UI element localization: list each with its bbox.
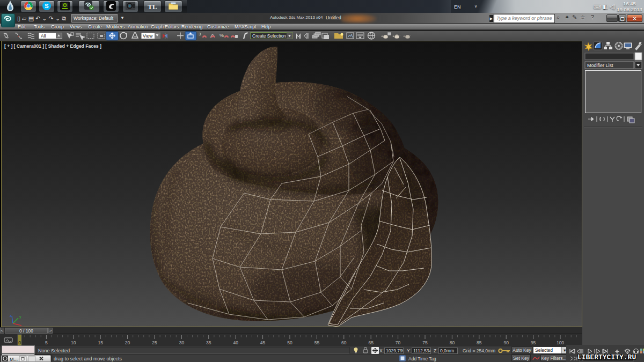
- svg-text:3: 3: [199, 32, 201, 36]
- svg-text:z: z: [10, 314, 12, 317]
- svg-text:75: 75: [422, 340, 428, 345]
- svg-text:60: 60: [341, 340, 347, 345]
- svg-text:y: y: [19, 315, 21, 319]
- svg-text:70: 70: [396, 340, 401, 345]
- svg-text:65: 65: [368, 340, 374, 345]
- svg-text:0: 0: [18, 340, 21, 345]
- svg-text:55: 55: [314, 340, 320, 345]
- svg-text:5: 5: [45, 340, 48, 345]
- svg-text:95: 95: [531, 340, 536, 345]
- svg-text:45: 45: [260, 340, 266, 345]
- svg-text:25: 25: [152, 340, 157, 345]
- svg-text:S: S: [45, 3, 48, 9]
- svg-text:%: %: [219, 33, 224, 38]
- svg-text:All: All: [41, 33, 46, 39]
- svg-text:30: 30: [179, 340, 185, 345]
- svg-text:20: 20: [125, 340, 130, 345]
- svg-text:M...: M...: [10, 357, 18, 362]
- svg-text:Modifier List: Modifier List: [587, 63, 613, 68]
- svg-text:80: 80: [450, 340, 455, 345]
- svg-text:10: 10: [71, 340, 76, 345]
- svg-text:50: 50: [287, 340, 292, 345]
- svg-text:90: 90: [503, 340, 509, 345]
- svg-text:85: 85: [477, 340, 482, 345]
- svg-text:35: 35: [206, 340, 211, 345]
- svg-text:View: View: [143, 33, 153, 39]
- svg-text:100: 100: [557, 340, 564, 345]
- svg-text:15: 15: [98, 340, 103, 345]
- svg-text:40: 40: [233, 340, 238, 345]
